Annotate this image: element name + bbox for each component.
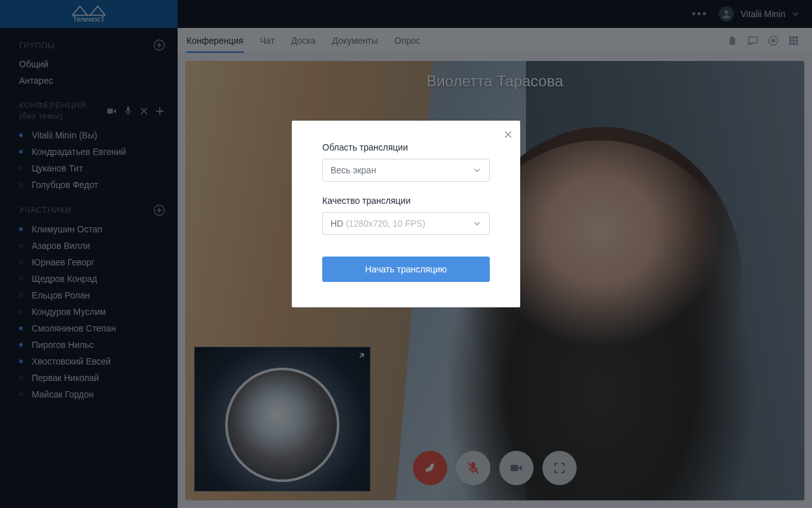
chevron-down-icon <box>473 219 481 228</box>
start-broadcast-button[interactable]: Начать трансляцию <box>322 257 490 282</box>
area-label: Область трансляции <box>322 142 490 152</box>
modal-overlay: × Область трансляции Весь экран Качество… <box>0 0 812 508</box>
close-modal-icon[interactable]: × <box>504 127 513 142</box>
quality-label: Качество трансляции <box>322 196 490 206</box>
quality-detail: (1280x720, 10 FPS) <box>346 218 425 229</box>
quality-value: HD <box>331 218 343 229</box>
area-select[interactable]: Весь экран <box>322 159 490 182</box>
area-value: Весь экран <box>331 165 376 175</box>
quality-select[interactable]: HD (1280x720, 10 FPS) <box>322 212 490 235</box>
chevron-down-icon <box>473 166 481 175</box>
broadcast-modal: × Область трансляции Весь экран Качество… <box>292 121 520 307</box>
